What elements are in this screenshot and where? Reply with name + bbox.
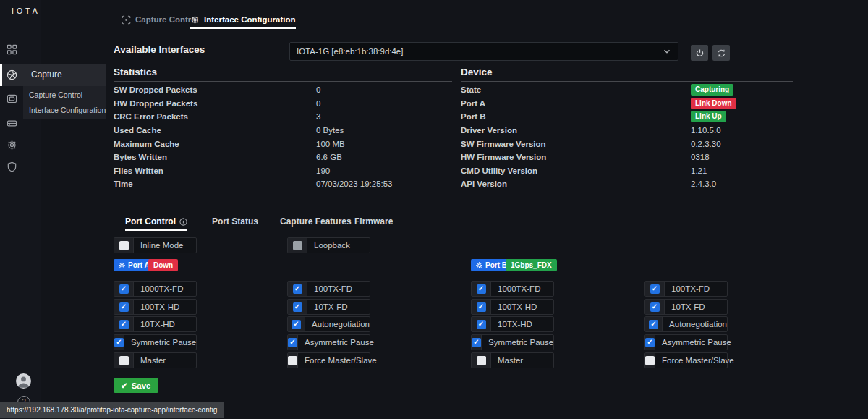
checkbox[interactable]: ✓ xyxy=(292,320,301,329)
option-a-100tx-hd[interactable]: ✓100TX-HD xyxy=(114,299,197,315)
available-interfaces-label: Available Interfaces xyxy=(114,44,205,55)
check-icon: ✓ xyxy=(650,321,656,328)
option-b-autonegotiation[interactable]: ✓Autonegotiation xyxy=(644,316,728,332)
link-preview-statusbar: https://192.168.178.30/a/profitap-iota-c… xyxy=(0,402,224,418)
stat-row: CRC Error Packets3 xyxy=(114,110,452,124)
settings-gear-icon[interactable] xyxy=(7,140,17,151)
checkbox[interactable]: ✓ xyxy=(477,302,486,312)
capture-control-icon xyxy=(122,15,131,25)
check-icon: ✓ xyxy=(652,303,658,310)
device-table: StateCapturing Port ALink Down Port BLin… xyxy=(461,83,793,191)
chevron-down-icon xyxy=(663,47,671,56)
check-icon: ✓ xyxy=(121,303,127,310)
stat-row: Time07/03/2023 19:25:53 xyxy=(114,177,452,191)
checkbox[interactable]: ✓ xyxy=(119,284,129,294)
checkbox[interactable]: ✓ xyxy=(645,338,655,347)
flyout-title: Capture xyxy=(31,64,62,86)
checkbox[interactable]: ✓ xyxy=(477,284,486,294)
option-b-symmetric-pause[interactable]: ✓Symmetric Pause xyxy=(471,334,554,350)
checkbox[interactable]: ✓ xyxy=(119,241,129,250)
interface-select[interactable]: IOTA-1G [e8:eb:1b:38:9d:4e] xyxy=(289,42,678,61)
checkbox[interactable]: ✓ xyxy=(650,302,660,312)
option-a-10tx-fd[interactable]: ✓10TX-FD xyxy=(287,299,370,315)
option-a-autonegotiation[interactable]: ✓Autonegotiation xyxy=(287,316,370,332)
submenu-item-capture-control[interactable]: Capture Control xyxy=(23,88,106,103)
checkbox[interactable]: ✓ xyxy=(293,284,302,294)
storage-drive-icon[interactable] xyxy=(7,118,17,129)
user-avatar[interactable] xyxy=(16,373,31,389)
screen-icon[interactable] xyxy=(7,93,17,104)
check-icon: ✓ xyxy=(116,339,122,346)
selected-interface: IOTA-1G [e8:eb:1b:38:9d:4e] xyxy=(297,47,663,56)
option-b-100tx-hd[interactable]: ✓100TX-HD xyxy=(471,299,554,315)
refresh-button[interactable] xyxy=(712,45,730,61)
status-badge: Link Up xyxy=(691,111,726,122)
option-b-asymmetric-pause[interactable]: ✓Asymmetric Pause xyxy=(644,334,728,350)
tab-port-control[interactable]: Port Control xyxy=(125,214,187,231)
security-shield-icon[interactable] xyxy=(7,161,17,172)
check-icon: ✓ xyxy=(121,285,127,292)
option-a-master[interactable]: ✓Master xyxy=(114,352,197,368)
capture-aperture-icon xyxy=(7,69,17,80)
tab-port-status[interactable]: Port Status xyxy=(212,214,258,229)
save-button[interactable]: ✔ Save xyxy=(114,378,158,393)
ports-divider xyxy=(454,258,454,368)
check-icon: ✓ xyxy=(478,303,484,310)
stat-row: SW Dropped Packets0 xyxy=(114,83,452,97)
checkbox[interactable]: ✓ xyxy=(645,356,655,365)
stat-row: Used Cache0 Bytes xyxy=(114,124,452,137)
device-row: StateCapturing xyxy=(461,83,793,97)
check-icon: ✓ xyxy=(293,321,299,328)
option-b-100tx-fd[interactable]: ✓100TX-FD xyxy=(644,281,728,297)
iota-logo: IOTA xyxy=(12,7,41,15)
checkbox[interactable]: ✓ xyxy=(288,338,297,347)
option-a-force-master-slave[interactable]: ✓Force Master/Slave xyxy=(287,352,370,368)
checkbox[interactable]: ✓ xyxy=(119,356,129,365)
checkbox[interactable]: ✓ xyxy=(114,338,124,347)
check-icon: ✓ xyxy=(289,339,295,346)
checkbox[interactable]: ✓ xyxy=(119,302,129,312)
info-icon xyxy=(179,218,187,226)
port-b-status-badge: 1Gbps_FDX xyxy=(506,259,557,271)
option-a-asymmetric-pause[interactable]: ✓Asymmetric Pause xyxy=(287,334,370,350)
option-loopback[interactable]: ✓ Loopback xyxy=(287,237,370,253)
check-icon: ✓ xyxy=(478,321,484,328)
option-b-10tx-fd[interactable]: ✓10TX-FD xyxy=(644,299,728,315)
option-b-1000tx-fd[interactable]: ✓1000TX-FD xyxy=(471,281,554,297)
option-a-symmetric-pause[interactable]: ✓Symmetric Pause xyxy=(114,334,197,350)
option-a-10tx-hd[interactable]: ✓10TX-HD xyxy=(114,316,197,332)
option-a-1000tx-fd[interactable]: ✓1000TX-FD xyxy=(114,281,197,297)
checkbox[interactable]: ✓ xyxy=(477,356,486,365)
checkbox[interactable]: ✓ xyxy=(119,320,129,329)
submenu-item-interface-configuration[interactable]: Interface Configuration xyxy=(23,103,106,118)
status-badge: Link Down xyxy=(691,98,736,109)
checkbox[interactable]: ✓ xyxy=(649,320,658,329)
checkbox[interactable]: ✓ xyxy=(293,241,302,250)
check-icon: ✓ xyxy=(294,303,300,310)
option-a-100tx-fd[interactable]: ✓100TX-FD xyxy=(287,281,370,297)
tab-interface-configuration[interactable]: Interface Configuration xyxy=(190,12,296,29)
option-b-master[interactable]: ✓Master xyxy=(471,352,554,368)
device-row: Port BLink Up xyxy=(461,110,793,124)
sidebar-item-capture[interactable]: Capture xyxy=(0,64,106,86)
device-row: SW Firmware Version0.2.3.30 xyxy=(461,137,793,151)
tab-capture-control[interactable]: Capture Control xyxy=(122,12,199,27)
gear-icon xyxy=(190,15,200,25)
checkbox[interactable]: ✓ xyxy=(472,338,481,347)
option-b-force-master-slave[interactable]: ✓Force Master/Slave xyxy=(644,352,728,368)
stat-row: Files Written190 xyxy=(114,164,452,178)
option-b-10tx-hd[interactable]: ✓10TX-HD xyxy=(471,316,554,332)
gear-icon xyxy=(476,262,482,268)
checkbox[interactable]: ✓ xyxy=(293,302,302,312)
tab-capture-features[interactable]: Capture Features xyxy=(280,214,352,229)
device-title: Device xyxy=(461,67,793,82)
apps-grid-icon[interactable] xyxy=(7,44,17,55)
tab-firmware[interactable]: Firmware xyxy=(354,214,393,229)
power-button[interactable] xyxy=(691,45,708,61)
check-icon: ✓ xyxy=(652,285,658,292)
checkbox[interactable]: ✓ xyxy=(477,320,486,329)
checkbox[interactable]: ✓ xyxy=(650,284,660,294)
checkbox[interactable]: ✓ xyxy=(288,356,297,365)
option-inline-mode[interactable]: ✓ Inline Mode xyxy=(114,237,197,253)
check-icon: ✓ xyxy=(294,285,300,292)
